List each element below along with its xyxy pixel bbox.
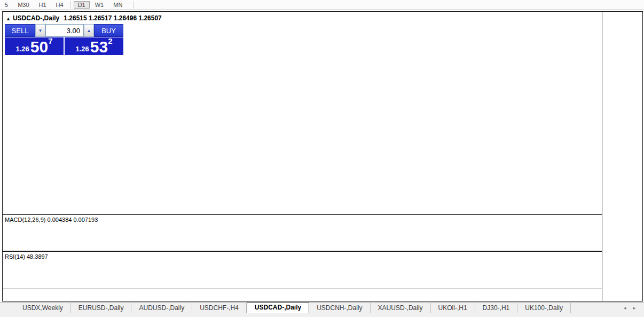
macd-label: MACD(12,26,9) 0.004384 0.007193 — [5, 217, 98, 223]
buy-price-box[interactable]: 1.26 53 2 — [65, 37, 123, 55]
tab-usdx-weekly[interactable]: USDX,Weekly — [15, 303, 71, 313]
volume-input[interactable]: 3.00 — [45, 24, 84, 37]
rsi-indicator-panel[interactable] — [3, 252, 602, 289]
buy-price-pip: 2 — [108, 37, 112, 45]
macd-current-values: 0.004384 0.007193 — [47, 217, 98, 223]
tab-uk100-daily[interactable]: UK100-,Daily — [517, 303, 571, 313]
tab-usdcad-daily[interactable]: USDCAD-,Daily — [247, 302, 309, 313]
sell-price-box[interactable]: 1.26 50 7 — [5, 37, 64, 55]
timeframe-d1[interactable]: D1 — [74, 1, 90, 9]
tab-scroll-right-icon[interactable]: ► — [632, 306, 637, 311]
volume-decrease-button[interactable]: ▼ — [35, 24, 45, 37]
sell-price-big: 50 — [30, 40, 48, 55]
toolbar-separator — [70, 1, 71, 9]
tab-audusd-daily[interactable]: AUDUSD-,Daily — [131, 303, 192, 313]
buy-button[interactable]: BUY — [94, 24, 123, 37]
tab-ukoil-h1[interactable]: UKOil-,H1 — [431, 303, 475, 313]
volume-increase-button[interactable]: ▲ — [84, 24, 94, 37]
buy-price-big: 53 — [90, 40, 108, 55]
chart-tab-bar: USDX,Weekly EURUSD-,Daily AUDUSD-,Daily … — [0, 302, 644, 313]
date-axis[interactable] — [3, 289, 602, 301]
timeframe-mn[interactable]: MN — [109, 1, 127, 9]
tab-usdchf-h4[interactable]: USDCHF-,H4 — [192, 303, 247, 313]
one-click-trade-panel: SELL ▼ 3.00 ▲ BUY 1.26 50 7 1.26 53 2 — [5, 24, 123, 55]
rsi-label: RSI(14) 48.3897 — [5, 253, 48, 260]
timeframe-h1[interactable]: H1 — [35, 1, 51, 9]
toolbar-separator — [133, 1, 134, 9]
status-strip — [0, 313, 644, 317]
tab-usdcnh-daily[interactable]: USDCNH-,Daily — [309, 303, 370, 313]
timeframe-w1[interactable]: W1 — [91, 1, 108, 9]
timeframe-toolbar: 5 M30 H1 H4 D1 W1 MN — [0, 0, 644, 10]
buy-price-prefix: 1.26 — [75, 45, 89, 53]
tab-eurusd-daily[interactable]: EURUSD-,Daily — [71, 303, 132, 313]
sell-price-pip: 7 — [48, 37, 52, 45]
tab-dj30-h1[interactable]: DJ30-,H1 — [475, 303, 518, 313]
chart-window: ▲USDCAD-,Daily1.26515 1.26517 1.26496 1.… — [2, 11, 643, 301]
chart-ohlc-quote: 1.26515 1.26517 1.26496 1.26507 — [64, 14, 162, 22]
chart-symbol-label: USDCAD-,Daily — [13, 14, 59, 22]
timeframe-h4[interactable]: H4 — [52, 1, 68, 9]
rsi-current-value: 48.3897 — [27, 253, 48, 260]
timeframe-m30[interactable]: M30 — [13, 1, 33, 9]
collapse-arrow-icon[interactable]: ▲ — [6, 16, 11, 21]
timeframe-m5[interactable]: 5 — [1, 1, 12, 9]
tab-xauusd-daily[interactable]: XAUUSD-,Daily — [371, 303, 431, 313]
tab-scroll-controls: ◄ ► — [623, 306, 637, 311]
chart-title: ▲USDCAD-,Daily1.26515 1.26517 1.26496 1.… — [6, 14, 162, 22]
sell-button[interactable]: SELL — [5, 24, 35, 37]
tab-scroll-left-icon[interactable]: ◄ — [623, 306, 627, 311]
price-scale[interactable] — [602, 12, 642, 301]
sell-price-prefix: 1.26 — [15, 45, 29, 53]
